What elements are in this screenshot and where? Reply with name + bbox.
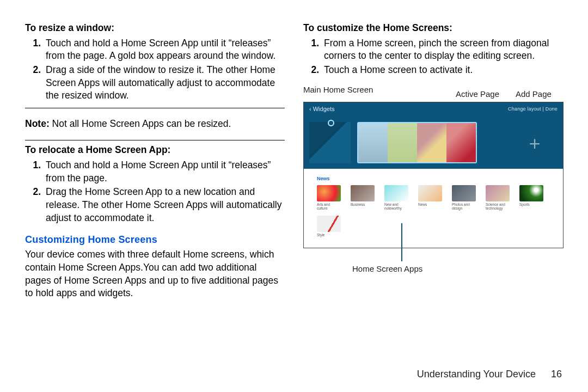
note-body: Not all Home Screen Apps can be resized. xyxy=(50,118,231,129)
left-column: To resize a window: Touch and hold a Hom… xyxy=(25,22,285,348)
list-item: Drag a side of the window to resize it. … xyxy=(44,64,285,102)
category-item: New and noteworthy xyxy=(384,185,408,210)
resize-steps: Touch and hold a Home Screen App until i… xyxy=(25,37,285,102)
device-screenshot: ‹ Widgets Change layout | Done ＋ News xyxy=(303,102,564,249)
widget-categories: News Arts and culture Business New and n… xyxy=(304,169,563,248)
tile xyxy=(388,123,417,162)
divider xyxy=(25,140,285,140)
footer-page-number: 16 xyxy=(551,369,562,379)
thumb-icon xyxy=(452,185,476,201)
label-add-page: Add Page xyxy=(516,89,552,100)
list-item: Touch and hold a Home Screen App until i… xyxy=(44,37,285,63)
category-item: Sports xyxy=(519,185,543,210)
category-item: Business xyxy=(351,185,375,210)
category-item: News xyxy=(418,185,442,210)
callout-labels-bottom: Home Screen Apps xyxy=(303,250,563,270)
customize-heading: To customize the Home Screens: xyxy=(303,22,563,35)
device-topbar: ‹ Widgets Change layout | Done xyxy=(304,102,563,117)
list-item: Touch and hold a Home Screen App until i… xyxy=(44,159,285,185)
tile xyxy=(446,123,476,162)
footer-section: Understanding Your Device xyxy=(417,369,536,379)
category-label: Photos and design xyxy=(452,203,470,210)
categories-title: News xyxy=(317,175,558,182)
category-label: Style xyxy=(317,233,324,237)
right-column: To customize the Home Screens: From a Ho… xyxy=(303,22,563,348)
category-item: Style xyxy=(317,216,341,237)
main-home-thumbnail xyxy=(309,122,351,163)
category-row: Style xyxy=(317,216,558,237)
relocate-steps: Touch and hold a Home Screen App until i… xyxy=(25,159,285,224)
plus-icon: ＋ xyxy=(525,133,544,152)
page-body: To resize a window: Touch and hold a Hom… xyxy=(0,0,588,348)
tile xyxy=(358,123,388,162)
label-active-page: Active Page xyxy=(456,89,499,100)
callout-labels-top: Main Home Screen Active Page Add Page xyxy=(303,82,563,100)
thumb-icon xyxy=(418,185,442,201)
category-row: Arts and culture Business New and notewo… xyxy=(317,185,558,210)
customizing-body: Your device comes with three default Hom… xyxy=(25,248,285,300)
thumb-icon xyxy=(486,185,510,201)
customize-steps: From a Home screen, pinch the screen fro… xyxy=(303,37,563,77)
category-label: Sports xyxy=(519,203,530,206)
home-pages-row: ＋ xyxy=(304,117,563,169)
category-label: Science and technology xyxy=(486,203,505,210)
customizing-heading: Customizing Home Screens xyxy=(25,233,285,246)
category-label: New and noteworthy xyxy=(384,203,402,210)
resize-window-heading: To resize a window: xyxy=(25,22,285,35)
thumb-icon xyxy=(519,185,543,201)
relocate-heading: To relocate a Home Screen App: xyxy=(25,144,285,157)
topbar-title: ‹ Widgets xyxy=(309,105,334,113)
category-label: Arts and culture xyxy=(317,203,330,210)
thumb-icon xyxy=(317,216,341,232)
add-page-thumbnail: ＋ xyxy=(512,122,558,163)
pointer-line xyxy=(401,223,402,261)
thumb-icon xyxy=(351,185,375,201)
category-label: Business xyxy=(351,203,365,206)
category-item: Science and technology xyxy=(486,185,510,210)
tile xyxy=(417,123,446,162)
topbar-actions: Change layout | Done xyxy=(508,106,558,112)
list-item: Touch a Home screen to activate it. xyxy=(322,64,563,77)
thumb-icon xyxy=(317,185,341,201)
page-footer: Understanding Your Device16 xyxy=(417,369,562,380)
label-home-screen-apps: Home Screen Apps xyxy=(352,264,422,274)
category-label: News xyxy=(418,203,427,206)
category-item: Photos and design xyxy=(452,185,476,210)
note-prefix: Note: xyxy=(25,118,50,129)
label-main-home-screen: Main Home Screen xyxy=(303,84,373,95)
active-page-thumbnail xyxy=(357,122,477,163)
note-line: Note: Not all Home Screen Apps can be re… xyxy=(25,118,285,131)
thumb-icon xyxy=(384,185,408,201)
category-item: Arts and culture xyxy=(317,185,341,210)
home-indicator-icon xyxy=(328,120,334,126)
divider xyxy=(25,108,285,108)
list-item: Drag the Home Screen App to a new locati… xyxy=(44,186,285,224)
list-item: From a Home screen, pinch the screen fro… xyxy=(322,37,563,63)
